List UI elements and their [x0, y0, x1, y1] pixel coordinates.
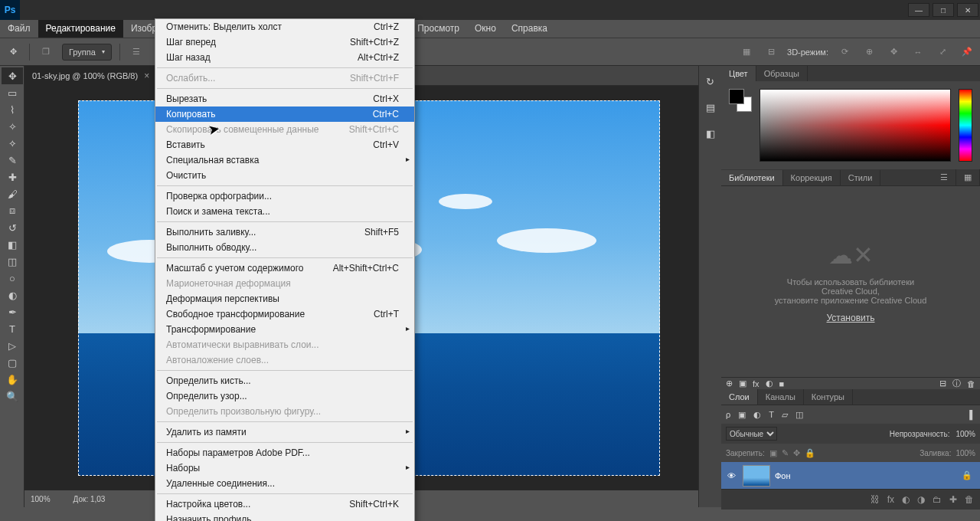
layer-row[interactable]: 👁 Фон 🔒: [721, 462, 980, 490]
filter-smart-icon[interactable]: ◫: [795, 410, 803, 420]
mask-icon[interactable]: ▣: [739, 378, 746, 388]
filter-pixel-icon[interactable]: ▣: [738, 410, 746, 420]
info-icon[interactable]: ⓘ: [952, 378, 961, 389]
lock-move-icon[interactable]: ✥: [793, 448, 800, 458]
pen-tool[interactable]: ✒: [2, 303, 23, 320]
zoom-tool[interactable]: 🔍: [2, 388, 23, 405]
maximize-button[interactable]: □: [933, 3, 954, 17]
align2-icon[interactable]: ⊟: [763, 44, 779, 61]
install-link[interactable]: Установить: [827, 313, 875, 323]
menuitem[interactable]: Трансформирование: [155, 322, 414, 337]
tab-color[interactable]: Цвет: [721, 66, 756, 81]
tab-channels[interactable]: Каналы: [758, 389, 804, 405]
3d-scale-icon[interactable]: ⤢: [934, 44, 951, 61]
tab-layers[interactable]: Слои: [721, 389, 758, 405]
menuitem[interactable]: Проверка орфографии...: [155, 188, 414, 204]
tab-paths[interactable]: Контуры: [804, 389, 853, 405]
group-dropdown[interactable]: Группа: [62, 44, 112, 61]
brush-tool[interactable]: 🖌: [2, 185, 23, 202]
lock-transparency-icon[interactable]: ▣: [769, 448, 777, 458]
fill-layer-icon[interactable]: ◐: [766, 378, 773, 388]
history-panel-icon[interactable]: ↻: [703, 74, 718, 89]
stamp-tool[interactable]: ⧈: [2, 202, 23, 219]
properties-panel-icon[interactable]: ◧: [703, 126, 718, 141]
menuitem[interactable]: Определить кисть...: [155, 373, 414, 388]
new-layer-icon[interactable]: ✚: [949, 494, 957, 505]
menu-просмотр[interactable]: Просмотр: [410, 20, 467, 38]
close-tab-icon[interactable]: ×: [144, 70, 149, 81]
menuitem[interactable]: Наборы: [155, 460, 414, 476]
menuitem[interactable]: Шаг впередShift+Ctrl+Z: [155, 34, 414, 50]
tab-styles[interactable]: Стили: [841, 170, 881, 185]
menuitem[interactable]: Деформация перспективы: [155, 291, 414, 306]
marquee-tool[interactable]: ▭: [2, 84, 23, 101]
visibility-icon[interactable]: 👁: [724, 471, 738, 480]
tab-libraries[interactable]: Библиотеки: [721, 170, 783, 185]
menuitem[interactable]: Настройка цветов...Shift+Ctrl+K: [155, 496, 414, 512]
lock-paint-icon[interactable]: ✎: [782, 448, 789, 458]
crop-tool[interactable]: ⟡: [2, 135, 23, 152]
heal-tool[interactable]: ✚: [2, 169, 23, 185]
zoom-label[interactable]: 100%: [31, 495, 51, 503]
edit-menu-dropdown[interactable]: Отменить: Выделить холстCtrl+ZШаг вперед…: [155, 18, 415, 521]
menuitem[interactable]: Выполнить обводку...: [155, 240, 414, 255]
delete-layer-icon[interactable]: 🗑: [965, 494, 974, 505]
new-group-icon[interactable]: 🗀: [933, 494, 942, 505]
menuitem[interactable]: Выполнить заливку...Shift+F5: [155, 224, 414, 240]
menuitem[interactable]: ВырезатьCtrl+X: [155, 91, 414, 106]
layer-name[interactable]: Фон: [775, 471, 791, 480]
layers-stack-icon[interactable]: ❐: [38, 44, 54, 61]
menuitem[interactable]: КопироватьCtrl+C: [155, 106, 414, 122]
layer-fx-icon[interactable]: fx: [887, 494, 894, 505]
snap-icon[interactable]: ⊟: [939, 378, 946, 388]
minimize-button[interactable]: —: [908, 3, 929, 17]
menuitem[interactable]: Удалить из памяти: [155, 424, 414, 440]
lib-view-list-icon[interactable]: ☰: [933, 169, 956, 185]
menu-файл[interactable]: Файл: [0, 20, 38, 38]
menuitem[interactable]: Шаг назадAlt+Ctrl+Z: [155, 50, 414, 65]
hand-tool[interactable]: ✋: [2, 371, 23, 388]
menuitem[interactable]: Определить узор...: [155, 388, 414, 404]
hue-slider[interactable]: [959, 89, 972, 162]
blur-tool[interactable]: ○: [2, 270, 23, 287]
type-tool[interactable]: T: [2, 320, 23, 337]
3d-roll-icon[interactable]: ⊕: [861, 44, 877, 61]
opacity-value[interactable]: 100%: [956, 430, 975, 438]
document-tab[interactable]: 01-sky.jpg @ 100% (RGB/8) ×: [24, 66, 157, 86]
menuitem[interactable]: Отменить: Выделить холстCtrl+Z: [155, 19, 414, 34]
trash-icon[interactable]: 🗑: [967, 379, 975, 388]
filter-type-icon[interactable]: T: [769, 410, 774, 419]
history-brush-tool[interactable]: ↺: [2, 219, 23, 236]
3d-slide-icon[interactable]: ↔: [910, 44, 926, 61]
pin-icon[interactable]: 📌: [959, 44, 975, 61]
layer-mask-icon[interactable]: ◐: [902, 494, 910, 505]
fill-value[interactable]: 100%: [956, 449, 975, 457]
tab-adjustments[interactable]: Коррекция: [783, 170, 841, 185]
tab-swatches[interactable]: Образцы: [756, 66, 808, 81]
blend-mode-select[interactable]: Обычные: [726, 427, 777, 441]
path-tool[interactable]: ▷: [2, 337, 23, 354]
eyedropper-tool[interactable]: ✎: [2, 152, 23, 169]
wand-tool[interactable]: ✧: [2, 118, 23, 135]
menuitem[interactable]: Свободное трансформированиеCtrl+T: [155, 306, 414, 322]
dodge-tool[interactable]: ◐: [2, 287, 23, 303]
lib-view-grid-icon[interactable]: ▦: [956, 169, 980, 185]
filter-adjust-icon[interactable]: ◐: [753, 410, 761, 420]
filter-toggle[interactable]: ▌: [969, 410, 975, 419]
layer-thumbnail[interactable]: [743, 465, 770, 487]
menu-окно[interactable]: Окно: [467, 20, 504, 38]
align-icon[interactable]: ☰: [128, 44, 145, 61]
shape-tool[interactable]: ▢: [2, 354, 23, 371]
adjust-icon[interactable]: fx: [753, 379, 760, 388]
actions-panel-icon[interactable]: ▤: [703, 100, 718, 115]
3d-orbit-icon[interactable]: ⟳: [836, 44, 853, 61]
close-button[interactable]: ✕: [957, 3, 978, 17]
fx-icon[interactable]: ⊕: [726, 378, 733, 388]
new-fill-icon[interactable]: ◑: [917, 494, 925, 505]
lock-all-icon[interactable]: 🔒: [805, 448, 815, 458]
link-layers-icon[interactable]: ⛓: [871, 494, 880, 505]
color-field[interactable]: [760, 89, 951, 162]
eraser-tool[interactable]: ◧: [2, 236, 23, 253]
layer-filter-kind[interactable]: ρ: [726, 410, 730, 419]
menuitem[interactable]: Назначить профиль...: [155, 512, 414, 521]
